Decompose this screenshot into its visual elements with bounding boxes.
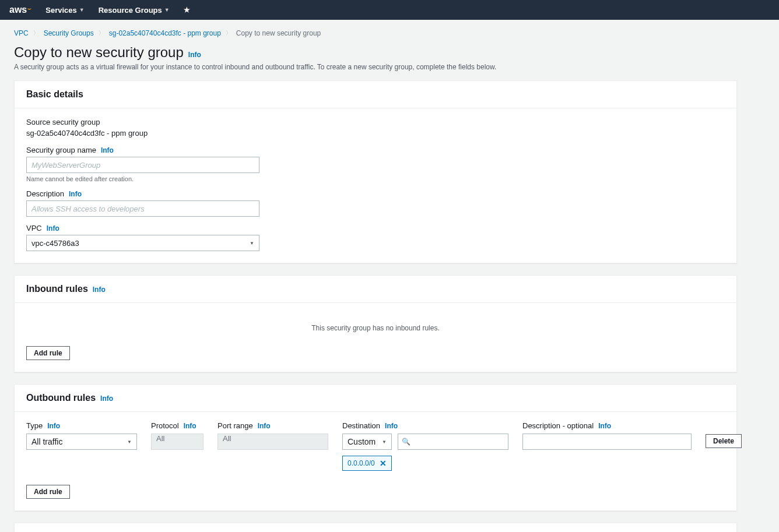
info-link[interactable]: Info <box>184 422 196 430</box>
vpc-select[interactable]: vpc-c45786a3 ▼ <box>26 235 259 251</box>
col-port-label: Port range <box>217 421 253 430</box>
panel-basic-details: Basic details Source security group sg-0… <box>14 80 737 263</box>
inbound-empty-message: This security group has no inbound rules… <box>26 312 725 346</box>
info-link[interactable]: Info <box>47 224 59 232</box>
rule-destination-search[interactable]: 🔍 <box>398 434 508 450</box>
aws-logo[interactable]: aws⌣ <box>9 5 31 15</box>
delete-rule-button[interactable]: Delete <box>706 434 742 448</box>
pin-icon[interactable]: ★ <box>184 6 190 14</box>
panel-tags: Tags - optional A tag is a label that yo… <box>14 523 737 532</box>
inbound-heading: Inbound rules <box>26 284 88 294</box>
info-link[interactable]: Info <box>93 286 106 294</box>
info-link[interactable]: Info <box>598 422 611 430</box>
breadcrumb-sg-id[interactable]: sg-02a5c40740c4cd3fc - ppm group <box>109 29 221 37</box>
top-nav: aws⌣ Services ▼ Resource Groups ▼ ★ <box>0 0 779 20</box>
col-type-label: Type <box>26 421 43 430</box>
cidr-chip[interactable]: 0.0.0.0/0 ✕ <box>342 456 392 471</box>
chevron-down-icon: ▼ <box>164 7 170 13</box>
info-link[interactable]: Info <box>100 394 113 403</box>
info-link[interactable]: Info <box>101 146 114 154</box>
description-input[interactable] <box>26 200 259 217</box>
sg-name-label: Security group name <box>26 146 96 154</box>
outbound-heading: Outbound rules <box>26 393 96 403</box>
rule-destination-mode-select[interactable]: Custom ▼ <box>342 434 392 450</box>
col-protocol-label: Protocol <box>151 421 179 430</box>
info-link[interactable]: Info <box>69 190 82 198</box>
nav-resource-groups[interactable]: Resource Groups ▼ <box>99 6 170 15</box>
rule-protocol-display: All <box>151 434 203 450</box>
description-label: Description <box>26 189 64 198</box>
breadcrumb-security-groups[interactable]: Security Groups <box>44 29 94 37</box>
outbound-rule-row: Type Info All traffic ▼ Protocol Info Al… <box>26 421 725 471</box>
chevron-right-icon: 〉 <box>33 29 39 37</box>
rule-type-select[interactable]: All traffic ▼ <box>26 434 137 450</box>
info-link[interactable]: Info <box>188 51 201 59</box>
chevron-down-icon: ▼ <box>79 7 85 13</box>
basic-details-heading: Basic details <box>26 89 83 100</box>
add-outbound-rule-button[interactable]: Add rule <box>26 485 70 499</box>
col-description-label: Description - optional <box>522 421 594 430</box>
search-icon: 🔍 <box>402 438 410 446</box>
info-link[interactable]: Info <box>258 422 271 430</box>
sg-name-hint: Name cannot be edited after creation. <box>26 175 725 182</box>
chevron-down-icon: ▼ <box>250 241 254 246</box>
breadcrumb-vpc[interactable]: VPC <box>14 29 29 37</box>
col-destination-label: Destination <box>342 421 380 430</box>
panel-outbound-rules: Outbound rules Info Type Info All traffi… <box>14 384 737 511</box>
rule-description-input[interactable] <box>522 434 692 450</box>
breadcrumb-current: Copy to new security group <box>236 29 321 37</box>
page-description: A security group acts as a virtual firew… <box>14 63 737 71</box>
breadcrumb: VPC 〉 Security Groups 〉 sg-02a5c40740c4c… <box>14 27 737 44</box>
rule-port-display: All <box>217 434 328 450</box>
info-link[interactable]: Info <box>385 422 398 430</box>
vpc-label: VPC <box>26 224 42 232</box>
info-link[interactable]: Info <box>47 422 60 430</box>
chevron-down-icon: ▼ <box>382 439 387 445</box>
chevron-right-icon: 〉 <box>226 29 231 37</box>
chevron-down-icon: ▼ <box>127 439 132 445</box>
page-title: Copy to new security group Info <box>14 44 737 61</box>
panel-inbound-rules: Inbound rules Info This security group h… <box>14 275 737 372</box>
remove-chip-icon[interactable]: ✕ <box>380 459 387 468</box>
chevron-right-icon: 〉 <box>99 29 104 37</box>
nav-services[interactable]: Services ▼ <box>45 6 84 15</box>
source-sg-value: sg-02a5c40740c4cd3fc - ppm group <box>26 129 725 138</box>
sg-name-input[interactable] <box>26 157 259 173</box>
add-inbound-rule-button[interactable]: Add rule <box>26 346 70 360</box>
source-sg-label: Source security group <box>26 118 725 126</box>
